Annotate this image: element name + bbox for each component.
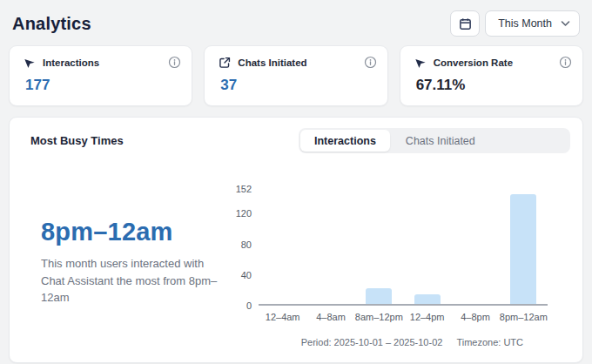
stat-card-chats-initiated: Chats Initiated 37 [204,45,387,106]
x-axis: 12–4am4–8am8am–12pm12–4pm4–8pm8pm–12am [259,312,548,322]
bar-slot [403,183,451,304]
period-select-value: This Month [498,17,552,30]
most-busy-times-header: Most Busy Times Interactions Chats Initi… [22,128,570,153]
y-tick-label: 40 [241,270,252,280]
calendar-icon [459,17,472,30]
cursor-arrow-icon [414,57,427,69]
period-text: Period: 2025-10-01 – 2025-10-02 [301,337,443,347]
tab-chats-initiated[interactable]: Chats Initiated [392,130,489,152]
timezone-text: Timezone: UTC [456,337,523,347]
most-busy-times-card: Most Busy Times Interactions Chats Initi… [9,117,583,363]
bar[interactable] [510,194,536,304]
bar[interactable] [366,288,392,304]
stats-row: Interactions 177 [9,45,583,106]
stat-card-head: Interactions [24,57,179,69]
busiest-time-description: This month users interacted with Chat As… [41,255,220,307]
y-tick-label: 80 [241,239,252,250]
x-tick-label: 4–8am [306,312,354,322]
info-icon[interactable] [559,56,572,69]
stat-card-label: Interactions [43,57,99,68]
busiest-time-range: 8pm–12am [41,218,229,246]
x-tick-label: 8pm–12am [500,312,548,322]
cursor-arrow-icon [24,57,36,69]
stat-card-value: 67.11% [416,77,570,94]
info-icon[interactable] [364,56,377,69]
x-tick-label: 12–4pm [403,312,451,322]
y-axis: 04080120152 [229,183,259,306]
calendar-button[interactable] [450,10,480,37]
busy-times-content: 8pm–12am This month users interacted wit… [22,160,570,347]
bar-slot [500,183,548,304]
page-title: Analytics [12,14,91,34]
y-tick-label: 120 [236,208,252,219]
stat-card-head: Conversion Rate [414,57,570,69]
x-tick-label: 4–8pm [451,312,499,322]
x-tick-label: 12–4am [259,312,306,322]
chart-footer: Period: 2025-10-01 – 2025-10-02 Timezone… [229,337,548,347]
tab-interactions[interactable]: Interactions [300,130,390,152]
chart-plot [259,183,548,306]
chat-initiated-icon [219,57,231,69]
bar[interactable] [414,294,441,304]
stat-card-label: Chats Initiated [238,57,306,68]
bar-slot [355,183,403,304]
highlight-block: 8pm–12am This month users interacted wit… [22,218,229,347]
stat-card-value: 177 [25,77,179,94]
top-controls: This Month [450,10,580,37]
y-tick-label: 0 [246,300,252,311]
bar-slot [451,183,499,304]
tab-group: Interactions Chats Initiated [299,128,570,153]
stat-card-head: Chats Initiated [219,57,374,69]
stat-card-value: 37 [220,77,374,94]
period-select[interactable]: This Month [485,10,580,37]
bar-chart: 04080120152 12–4am4–8am8am–12pm12–4pm4–8… [229,183,570,347]
info-icon[interactable] [168,56,181,69]
x-tick-label: 8am–12pm [355,312,403,322]
stat-card-conversion-rate: Conversion Rate 67.11% [400,45,583,106]
stat-card-label: Conversion Rate [434,57,513,68]
bar-slot [306,183,354,304]
section-title: Most Busy Times [22,134,124,147]
analytics-page: Analytics This Month [0,0,592,364]
chart-area: 04080120152 [229,183,548,306]
chevron-down-icon [561,20,570,27]
y-tick-label: 152 [236,184,252,194]
bar-slot [259,183,306,304]
stat-card-interactions: Interactions 177 [9,45,192,106]
topbar: Analytics This Month [9,9,583,45]
